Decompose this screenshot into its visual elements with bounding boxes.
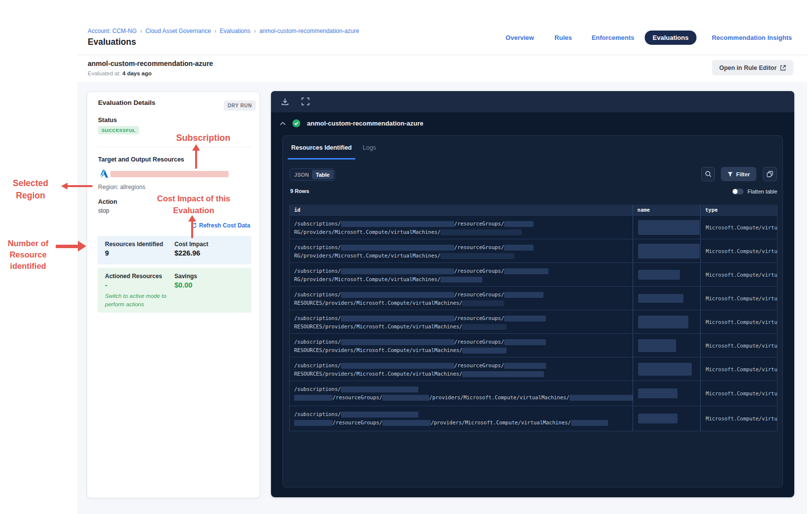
results-inner-card: Resources Identified Logs JSON Table 9 R… bbox=[282, 135, 783, 487]
cell-name bbox=[633, 310, 701, 333]
nav-rules[interactable]: Rules bbox=[554, 34, 572, 41]
table-row[interactable]: /subscriptions//resourceGroups//provider… bbox=[290, 381, 777, 406]
nav-enforcements[interactable]: Enforcements bbox=[592, 34, 635, 41]
chevron-up-icon[interactable] bbox=[280, 122, 286, 126]
panel-toolbar bbox=[271, 91, 794, 112]
cell-name bbox=[633, 216, 701, 239]
selected-region-arrow-line bbox=[67, 185, 93, 187]
table-row[interactable]: /subscriptions//resourceGroups/RESOURCES… bbox=[290, 357, 777, 381]
view-table-button[interactable]: Table bbox=[312, 170, 334, 179]
details-title: Evaluation Details bbox=[98, 99, 155, 106]
breadcrumb-item[interactable]: Cloud Asset Governance bbox=[145, 28, 211, 34]
breadcrumb-item[interactable]: Evaluations bbox=[220, 28, 250, 34]
cost-impact-label: Cost Impact bbox=[174, 241, 208, 248]
annotation-number-identified: Number ofResourceidentified bbox=[3, 238, 53, 272]
table-row[interactable]: /subscriptions//resourceGroups/RESOURCES… bbox=[290, 310, 777, 333]
external-link-icon bbox=[780, 65, 786, 71]
resources-identified-label: Resources Identified bbox=[105, 241, 163, 248]
cell-id: /subscriptions//resourceGroups/RESOURCES… bbox=[290, 287, 633, 310]
action-value: stop bbox=[98, 207, 109, 214]
cell-type: Microsoft.Compute/virtualMachines bbox=[700, 216, 777, 239]
cell-type: Microsoft.Compute/virtualMachines bbox=[700, 357, 777, 381]
annotation-subscription: Subscription bbox=[168, 133, 239, 143]
table-row[interactable]: /subscriptions//resourceGroups/RG/provid… bbox=[290, 239, 777, 262]
cell-type: Microsoft.Compute/virtualMachines bbox=[700, 263, 777, 286]
breadcrumb-separator: › bbox=[140, 28, 142, 34]
copy-button[interactable] bbox=[763, 167, 777, 181]
number-arrow-head bbox=[78, 241, 86, 252]
breadcrumb: Account: CCM-NG›Cloud Asset Governance›E… bbox=[88, 28, 359, 34]
cell-type: Microsoft.Compute/virtualMachines bbox=[700, 334, 777, 357]
flatten-table-label: Flatten table bbox=[747, 189, 778, 194]
cell-name bbox=[633, 381, 701, 406]
filter-button[interactable]: Filter bbox=[721, 167, 756, 181]
search-icon bbox=[705, 171, 711, 177]
open-rule-editor-button[interactable]: Open in Rule Editor bbox=[712, 60, 793, 75]
cell-id: /subscriptions//resourceGroups/RG/provid… bbox=[290, 263, 633, 286]
success-check-icon bbox=[292, 119, 301, 128]
subscription-arrow-line bbox=[195, 150, 197, 169]
cell-type: Microsoft.Compute/virtualMachines bbox=[700, 406, 777, 431]
annotation-selected-region: SelectedRegion bbox=[5, 177, 56, 202]
cell-id: /subscriptions//resourceGroups/RESOURCES… bbox=[290, 357, 633, 381]
column-header-type: type bbox=[700, 205, 777, 215]
column-header-id: id bbox=[290, 205, 633, 215]
results-panel: anmol-custom-recommendation-azure Resour… bbox=[271, 91, 794, 497]
cell-name bbox=[633, 239, 701, 262]
run-title: anmol-custom-recommendation-azure bbox=[307, 120, 423, 127]
annotation-cost-impact: Cost Impact of thisEvaluation bbox=[147, 193, 240, 216]
action-label: Action bbox=[98, 198, 117, 205]
target-resources-label: Target and Output Resources bbox=[98, 156, 184, 163]
table-row[interactable]: /subscriptions//resourceGroups/RESOURCES… bbox=[290, 286, 777, 310]
rows-count: 9 Rows bbox=[290, 188, 309, 194]
cell-name bbox=[633, 287, 701, 310]
fullscreen-icon[interactable] bbox=[302, 97, 309, 105]
table-row[interactable]: /subscriptions//resourceGroups/RESOURCES… bbox=[290, 333, 777, 357]
column-header-name: name bbox=[633, 205, 701, 215]
status-badge: SUCCESSFUL bbox=[98, 126, 139, 134]
cell-name bbox=[633, 334, 701, 357]
tab-resources-identified[interactable]: Resources Identified bbox=[288, 144, 355, 160]
cell-id: /subscriptions//resourceGroups/RG/provid… bbox=[290, 216, 633, 239]
cell-type: Microsoft.Compute/virtualMachines bbox=[700, 239, 777, 262]
filter-label: Filter bbox=[736, 171, 750, 177]
azure-icon bbox=[98, 169, 108, 179]
nav-recommendation-insights[interactable]: Recommendation Insights bbox=[712, 34, 792, 41]
flatten-table-toggle[interactable] bbox=[732, 189, 744, 194]
cell-type: Microsoft.Compute/virtualMachines bbox=[700, 381, 777, 406]
card-divider bbox=[98, 147, 251, 147]
breadcrumb-item[interactable]: anmol-custom-recommendation-azure bbox=[259, 28, 359, 34]
cell-type: Microsoft.Compute/virtualMachines bbox=[700, 310, 777, 333]
region-text: Region: allregions bbox=[98, 184, 145, 191]
switch-mode-note: Switch to active mode toperform actions bbox=[105, 292, 167, 309]
filter-icon bbox=[727, 171, 733, 177]
table-row[interactable]: /subscriptions//resourceGroups/RG/provid… bbox=[290, 262, 777, 286]
number-arrow-line bbox=[56, 245, 78, 248]
view-json-button[interactable]: JSON bbox=[291, 170, 312, 179]
evaluation-details-card: Evaluation Details DRY RUN Status SUCCES… bbox=[87, 92, 260, 498]
cell-name bbox=[633, 406, 701, 431]
search-button[interactable] bbox=[701, 167, 715, 181]
breadcrumb-item[interactable]: Account: CCM-NG bbox=[88, 28, 136, 34]
nav-overview[interactable]: Overview bbox=[506, 34, 534, 41]
header-divider bbox=[78, 55, 807, 55]
refresh-cost-data-label: Refresh Cost Data bbox=[199, 222, 250, 229]
nav-evaluations[interactable]: Evaluations bbox=[645, 31, 697, 45]
open-rule-editor-label: Open in Rule Editor bbox=[719, 64, 777, 71]
cost-arrow-line bbox=[191, 221, 193, 238]
cell-id: /subscriptions//resourceGroups/RESOURCES… bbox=[290, 334, 633, 357]
cell-id: /subscriptions//resourceGroups//provider… bbox=[290, 406, 633, 431]
cell-name bbox=[633, 263, 701, 286]
cell-type: Microsoft.Compute/virtualMachines bbox=[700, 287, 777, 310]
refresh-cost-data-link[interactable]: Refresh Cost Data bbox=[191, 222, 250, 229]
table-header: idnametype bbox=[290, 205, 777, 215]
table-row[interactable]: /subscriptions//resourceGroups//provider… bbox=[290, 406, 777, 431]
tab-logs[interactable]: Logs bbox=[363, 144, 376, 151]
copy-icon bbox=[767, 171, 773, 177]
table-row[interactable]: /subscriptions//resourceGroups/RG/provid… bbox=[290, 215, 777, 239]
download-icon[interactable] bbox=[281, 97, 289, 106]
page: Account: CCM-NG›Cloud Asset Governance›E… bbox=[0, 0, 812, 514]
savings-value: $0.00 bbox=[174, 281, 192, 289]
status-label: Status bbox=[98, 117, 117, 124]
evaluated-at-label: Evaluated at: bbox=[88, 70, 121, 76]
